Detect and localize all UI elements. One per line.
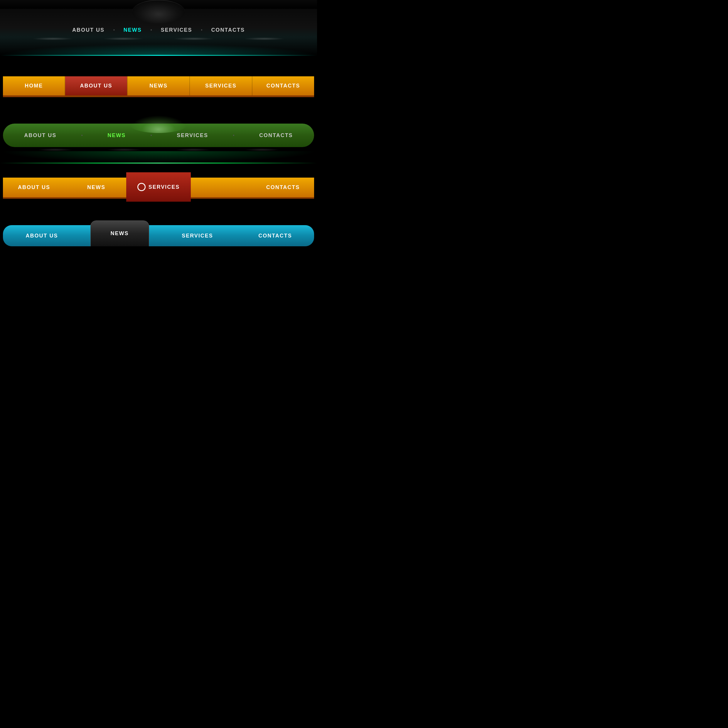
nav1-underline: [0, 37, 317, 40]
nav2-home[interactable]: HOME: [3, 76, 64, 95]
nav3-wrapper: ABOUT US • NEWS • SERVICES • CONTACTS: [0, 115, 317, 157]
nav3-shadow-2: [107, 148, 142, 151]
nav1-wrapper: ABOUT US • NEWS • SERVICES • CONTACTS: [0, 9, 317, 56]
nav3-shadow-4: [245, 148, 280, 151]
nav3-news[interactable]: NEWS: [107, 132, 125, 139]
nav3-contacts[interactable]: CONTACTS: [259, 132, 293, 139]
nav4-contacts[interactable]: CONTACTS: [252, 177, 314, 197]
nav3-dot-2: •: [151, 133, 152, 138]
spacer-4: [0, 205, 317, 216]
spacer-2: [0, 103, 317, 115]
nav2-about-us[interactable]: ABOUT US: [65, 76, 127, 95]
nav5-about-us[interactable]: ABOUT US: [3, 225, 81, 246]
nav3-bar: ABOUT US • NEWS • SERVICES • CONTACTS: [3, 124, 314, 147]
nav2-contacts[interactable]: CONTACTS: [252, 76, 314, 95]
nav3-services[interactable]: SERVICES: [177, 132, 208, 139]
nav2-bar: HOME ABOUT US NEWS SERVICES CONTACTS: [3, 76, 314, 97]
nav1-bar: ABOUT US • NEWS • SERVICES • CONTACTS: [0, 24, 317, 35]
nav5-bar: ABOUT US NEWS SERVICES CONTACTS: [3, 225, 314, 246]
nav1-shadow-2: [103, 37, 144, 40]
nav3-glow-line: [0, 163, 317, 164]
nav5-contacts[interactable]: CONTACTS: [236, 225, 314, 246]
nav1-shadow-4: [244, 37, 285, 40]
nav3-shadow-1: [38, 148, 73, 151]
nav4-circle-icon: [138, 183, 145, 191]
nav3-dot-1: •: [81, 133, 83, 138]
nav4-active-spacer-2: [190, 177, 252, 197]
spacer-1: [0, 56, 317, 67]
nav5-news[interactable]: NEWS: [81, 225, 159, 246]
nav2-news[interactable]: NEWS: [128, 76, 189, 95]
nav4-about-us[interactable]: ABOUT US: [3, 177, 65, 197]
nav1-shadow-1: [32, 37, 73, 40]
nav1-glow: [0, 44, 317, 56]
nav1-glow-line: [0, 55, 317, 56]
nav1-contacts[interactable]: CONTACTS: [202, 24, 254, 35]
nav2-services[interactable]: SERVICES: [190, 76, 252, 95]
nav5-active-tab: NEWS: [90, 220, 149, 246]
nav5-wrapper: ABOUT US NEWS SERVICES CONTACTS: [0, 216, 317, 252]
nav1-services[interactable]: SERVICES: [152, 24, 201, 35]
nav3-glow: [0, 151, 317, 163]
nav3-underlines: [3, 148, 314, 151]
nav3-dot-3: •: [233, 133, 234, 138]
nav4-services[interactable]: SERVICES: [126, 172, 191, 202]
nav4-bar: ABOUT US NEWS SERVICES CONTACTS: [3, 177, 314, 199]
nav5-services[interactable]: SERVICES: [159, 225, 236, 246]
nav1-shadow-3: [173, 37, 214, 40]
nav4-wrapper: ABOUT US NEWS SERVICES CONTACTS: [0, 169, 317, 205]
nav1-news[interactable]: NEWS: [115, 24, 151, 35]
nav4-news[interactable]: NEWS: [65, 177, 127, 197]
nav3-bubble: [129, 115, 188, 133]
nav2-wrapper: HOME ABOUT US NEWS SERVICES CONTACTS: [0, 67, 317, 103]
nav1-bubble: [132, 0, 185, 23]
nav1-about-us[interactable]: ABOUT US: [63, 24, 113, 35]
spacer-5: [0, 252, 317, 258]
nav3-shadow-3: [176, 148, 211, 151]
nav3-about-us[interactable]: ABOUT US: [24, 132, 57, 139]
nav5-news-label: NEWS: [111, 231, 129, 237]
nav4-services-label: SERVICES: [148, 184, 180, 190]
